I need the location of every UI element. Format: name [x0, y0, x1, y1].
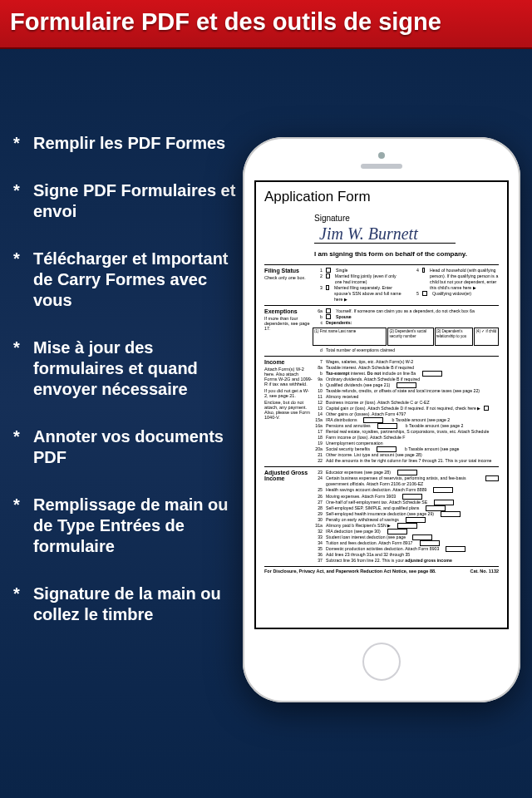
header-banner: Formulaire PDF et des outils de signe	[0, 0, 532, 49]
bullet: *	[13, 426, 33, 468]
bullet: *	[13, 584, 33, 625]
feature-list: *Remplir les PDF Formes *Signe PDF Formu…	[13, 133, 246, 652]
signature-value: Jim W. Burnett	[314, 224, 456, 244]
bullet: *	[13, 180, 33, 222]
signature-note: I am signing this form on behalf of the …	[314, 250, 499, 258]
list-item: *Annoter vos documents PDF	[13, 426, 246, 468]
list-item: *Télécharger et Important de Carry Forme…	[13, 249, 246, 311]
filing-status-label: Filing Status	[264, 268, 299, 273]
bullet: *	[13, 133, 33, 154]
exemptions-sub: If more than four dependents, see page 1…	[264, 316, 313, 331]
home-button[interactable]	[362, 643, 401, 681]
section-exemptions: Exemptions If more than four dependents,…	[264, 305, 499, 356]
header-title: Formulaire PDF et des outils de signe	[10, 8, 441, 35]
list-item: *Signature de la main ou collez le timbr…	[13, 584, 246, 625]
phone-screen: Application Form Signature Jim W. Burnet…	[254, 180, 509, 629]
section-income: Income Attach Form(s) W-2 here. Also att…	[264, 356, 499, 466]
bullet: *	[13, 495, 33, 557]
agi-label: Adjusted Gross Income	[264, 470, 308, 481]
form-footer: For Disclosure, Privacy Act, and Paperwo…	[264, 566, 499, 574]
exemptions-label: Exemptions	[264, 308, 298, 314]
bullet: *	[13, 337, 33, 400]
signature-label: Signature	[314, 214, 499, 223]
bullet: *	[13, 249, 33, 311]
form-title: Application Form	[264, 189, 499, 205]
section-filing-status: Filing Status Check only one box. 1Singl…	[264, 264, 499, 305]
phone-earpiece	[361, 164, 402, 169]
income-label: Income	[264, 359, 285, 365]
list-item: *Remplir les PDF Formes	[13, 133, 246, 154]
list-item: *Mise à jour des formulaires et quand en…	[13, 337, 246, 400]
section-agi: Adjusted Gross Income 23Educator expense…	[264, 466, 499, 565]
filing-status-sub: Check only one box.	[264, 275, 313, 280]
list-item: *Signe PDF Formulaires et envoi	[13, 180, 246, 222]
list-item: *Remplissage de main ou de Type Entrées …	[13, 495, 246, 557]
phone-mockup: Application Form Signature Jim W. Burnet…	[243, 137, 520, 702]
phone-camera-dot	[378, 152, 385, 159]
